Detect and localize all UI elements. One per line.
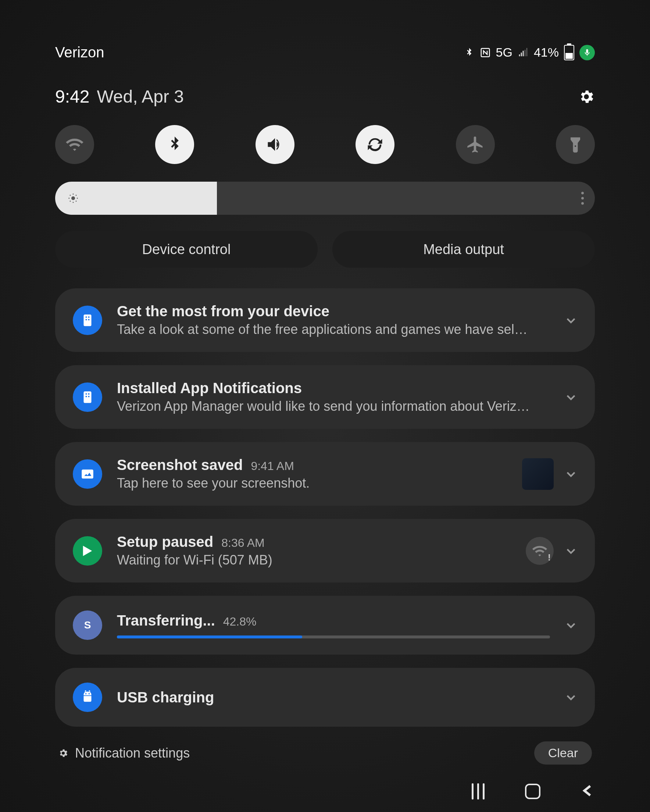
notification-item[interactable]: Setup paused 8:36 AM Waiting for Wi-Fi (…: [55, 519, 595, 583]
quick-toggles: [55, 125, 595, 164]
notification-item[interactable]: USB charging: [55, 668, 595, 727]
svg-rect-8: [85, 393, 87, 395]
transfer-progress: [117, 635, 550, 638]
notification-title: Screenshot saved: [117, 457, 243, 473]
notification-title: Installed App Notifications: [117, 380, 550, 397]
chevron-down-icon[interactable]: [565, 468, 577, 480]
notification-title: Get the most from your device: [117, 303, 550, 320]
battery-icon: [564, 45, 574, 60]
svg-rect-9: [88, 393, 90, 395]
notification-desc: Tap here to see your screenshot.: [117, 476, 507, 491]
network-label: 5G: [496, 45, 513, 60]
svg-rect-6: [88, 319, 90, 320]
notification-item[interactable]: Installed App Notifications Verizon App …: [55, 365, 595, 429]
notification-settings-label: Notification settings: [75, 745, 190, 761]
svg-point-14: [85, 693, 87, 695]
brightness-icon: [68, 193, 79, 204]
svg-rect-4: [88, 316, 90, 318]
nav-recents[interactable]: [472, 783, 485, 800]
media-output-button[interactable]: Media output: [333, 231, 595, 268]
brightness-slider[interactable]: [55, 182, 595, 215]
svg-point-15: [88, 693, 90, 695]
notification-percent: 42.8%: [223, 615, 256, 629]
chevron-down-icon[interactable]: [565, 314, 577, 327]
toggle-bluetooth[interactable]: [155, 125, 194, 164]
svg-rect-2: [84, 314, 92, 326]
carrier-label: Verizon: [55, 44, 104, 61]
notification-desc: Waiting for Wi-Fi (507 MB): [117, 553, 511, 568]
signal-icon: [518, 47, 529, 58]
screenshot-thumbnail[interactable]: [522, 458, 554, 490]
notification-desc: Verizon App Manager would like to send y…: [117, 398, 550, 414]
device-control-button[interactable]: Device control: [55, 231, 317, 268]
notification-footer: Notification settings Clear: [55, 742, 595, 765]
svg-rect-3: [85, 316, 87, 318]
navigation-bar: [0, 783, 650, 800]
appgrid-icon: [73, 305, 102, 335]
chevron-down-icon[interactable]: [565, 545, 577, 557]
chevron-down-icon[interactable]: [565, 691, 577, 704]
svg-rect-10: [85, 396, 87, 397]
notification-time: 9:41 AM: [251, 459, 294, 473]
datetime: 9:42 Wed, Apr 3: [55, 86, 184, 107]
svg-point-1: [71, 196, 75, 200]
svg-text:S: S: [84, 619, 91, 631]
date-label: Wed, Apr 3: [97, 86, 184, 107]
play-store-icon: [73, 536, 102, 566]
notification-desc: Take a look at some of the free applicat…: [117, 322, 550, 337]
nav-back[interactable]: [581, 784, 595, 799]
notification-time: 8:36 AM: [221, 536, 264, 550]
mic-active-icon: [580, 45, 595, 60]
chevron-down-icon[interactable]: [565, 391, 577, 403]
status-icons: 5G 41%: [464, 45, 595, 60]
toggle-wifi[interactable]: [55, 125, 94, 164]
toggle-flashlight[interactable]: [556, 125, 595, 164]
toggle-sound[interactable]: [255, 125, 294, 164]
android-icon: [73, 682, 102, 712]
toggle-airplane[interactable]: [456, 125, 495, 164]
svg-rect-5: [85, 319, 87, 320]
notification-item[interactable]: Screenshot saved 9:41 AM Tap here to see…: [55, 442, 595, 506]
time-label: 9:42: [55, 86, 89, 107]
notification-list: Get the most from your device Take a loo…: [55, 288, 595, 727]
nav-home[interactable]: [525, 784, 540, 799]
notification-item[interactable]: S Transferring... 42.8%: [55, 596, 595, 655]
notification-title: Transferring...: [117, 612, 215, 629]
svg-rect-12: [82, 469, 93, 478]
image-icon: [73, 459, 102, 489]
settings-icon[interactable]: [578, 88, 595, 105]
gear-icon: [58, 748, 69, 758]
chevron-down-icon[interactable]: [565, 619, 577, 632]
statusbar: Verizon 5G 41%: [55, 44, 595, 61]
wifi-warning-icon: [526, 537, 554, 565]
appgrid-icon: [73, 383, 102, 412]
notification-title: Setup paused: [117, 534, 213, 550]
nfc-icon: [480, 47, 491, 58]
clear-button[interactable]: Clear: [534, 742, 592, 765]
brightness-menu-icon[interactable]: [581, 192, 584, 205]
svg-rect-7: [84, 391, 92, 403]
notification-settings-link[interactable]: Notification settings: [58, 745, 190, 761]
smartswitch-icon: S: [73, 611, 102, 640]
toggle-autorotate[interactable]: [356, 125, 395, 164]
notification-item[interactable]: Get the most from your device Take a loo…: [55, 288, 595, 352]
bluetooth-icon: [464, 47, 475, 58]
battery-percent: 41%: [534, 45, 559, 60]
notification-title: USB charging: [117, 689, 550, 706]
svg-rect-11: [88, 396, 90, 397]
header-row: 9:42 Wed, Apr 3: [55, 86, 595, 107]
control-buttons: Device control Media output: [55, 231, 595, 268]
